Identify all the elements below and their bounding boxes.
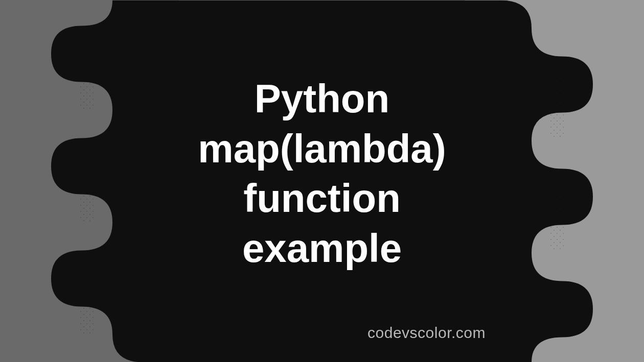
hero-title: Python map(lambda) function example [198, 74, 446, 273]
site-credit: codevscolor.com [367, 324, 486, 342]
